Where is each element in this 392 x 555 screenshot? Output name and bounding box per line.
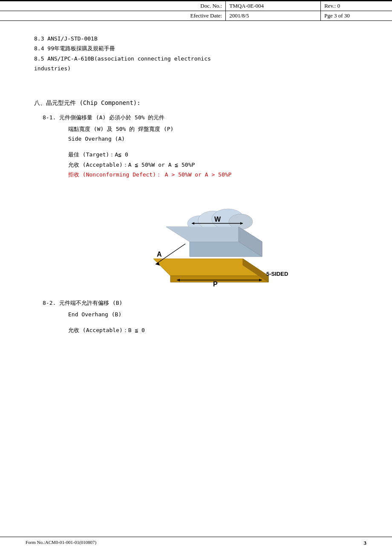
ref-item-85b: industries) bbox=[34, 64, 366, 73]
sub1-acceptable: 允收 (Acceptable)：A ≦ 50%W or A ≦ 50%P bbox=[68, 160, 366, 170]
date-label: Efective Date: bbox=[0, 11, 226, 21]
sub1-line2: 端點寬度 (W) 及 50% 的 焊盤寬度 (P) bbox=[68, 124, 366, 134]
header-table: Doc. No.: TMQA-0E-004 Rev.: 0 Efective D… bbox=[0, 0, 392, 21]
main-content: 8.3 ANSI/J-STD-001B 8.4 99年電路板採購及規範手冊 8.… bbox=[0, 21, 392, 369]
sub2-content: End Overhang (B) 允收 (Acceptable)：B ≦ 0 bbox=[68, 309, 366, 335]
rev-label: Rev.: 0 bbox=[321, 1, 392, 11]
page-label: Pge 3 of 30 bbox=[321, 11, 392, 21]
chip-diagram-container: W A P 5-SIDED bbox=[34, 193, 366, 286]
footer-form-no: Form No.:ACM0-01-001-01(010807) bbox=[26, 540, 96, 546]
chip-diagram-svg: W A P 5-SIDED bbox=[111, 193, 290, 286]
sub2-acceptable: 允收 (Acceptable)：B ≦ 0 bbox=[68, 325, 366, 335]
subsection-8-1: 8-1. 元件側偏移量 (A) 必須小於 50% 的元件 端點寬度 (W) 及 … bbox=[43, 114, 366, 180]
sub1-target: 最佳 (Target)：A≦ 0 bbox=[68, 150, 366, 159]
ref-item-84: 8.4 99年電路板採購及規範手冊 bbox=[34, 43, 366, 53]
sub2-line2: End Overhang (B) bbox=[68, 309, 366, 319]
doc-value: TMQA-0E-004 bbox=[226, 1, 321, 11]
subsection-8-2: 8-2. 元件端不允許有偏移 (B) End Overhang (B) 允收 (… bbox=[43, 299, 366, 335]
footer: Form No.:ACM0-01-001-01(010807) 3 bbox=[0, 537, 392, 546]
svg-text:5-SIDED: 5-SIDED bbox=[266, 271, 288, 277]
section8-title: 八、晶元型元件 (Chip Component): bbox=[34, 99, 366, 107]
svg-marker-1 bbox=[170, 276, 268, 282]
svg-text:A: A bbox=[157, 251, 162, 258]
ref-item-85: 8.5 ANS/IPC-A-610B(association connectin… bbox=[34, 54, 366, 64]
sub1-reject: 拒收 (Nonconforming Defect)： A > 50%W or A… bbox=[68, 170, 366, 179]
sub2-title: 8-2. 元件端不允許有偏移 (B) bbox=[43, 299, 366, 307]
sub1-title: 8-1. 元件側偏移量 (A) 必須小於 50% 的元件 bbox=[43, 114, 366, 121]
references-section: 8.3 ANSI/J-STD-001B 8.4 99年電路板採購及規範手冊 8.… bbox=[34, 34, 366, 74]
sub1-line3: Side Overhang (A) bbox=[68, 134, 366, 144]
date-value: 2001/8/5 bbox=[226, 11, 321, 21]
svg-text:W: W bbox=[214, 216, 221, 223]
doc-label: Doc. No.: bbox=[0, 1, 226, 11]
svg-text:P: P bbox=[213, 280, 218, 286]
sub1-content: 端點寬度 (W) 及 50% 的 焊盤寬度 (P) Side Overhang … bbox=[68, 124, 366, 180]
footer-page-num: 3 bbox=[364, 540, 367, 546]
ref-item-83: 8.3 ANSI/J-STD-001B bbox=[34, 34, 366, 43]
